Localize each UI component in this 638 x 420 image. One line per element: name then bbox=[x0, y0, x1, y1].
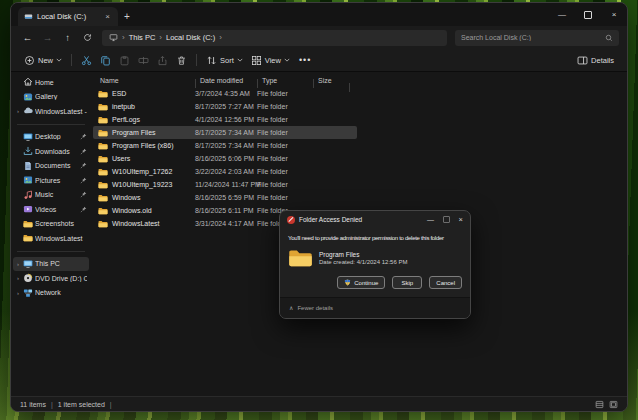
file-name-cell: Windows bbox=[93, 194, 195, 202]
search-box[interactable] bbox=[455, 30, 619, 46]
rename-icon bbox=[138, 55, 149, 66]
sort-icon bbox=[206, 55, 217, 66]
window-controls: — × bbox=[549, 3, 627, 26]
date-modified: 8/17/2025 7:27 AM bbox=[195, 103, 257, 110]
paste-button[interactable] bbox=[115, 52, 134, 69]
date-modified: 4/1/2024 12:56 PM bbox=[195, 116, 257, 123]
details-pane-icon bbox=[577, 55, 588, 66]
details-view-toggle-icon[interactable] bbox=[595, 400, 604, 409]
refresh-button[interactable] bbox=[79, 30, 96, 46]
details-pane-button[interactable]: Details bbox=[573, 52, 618, 69]
file-row-esd[interactable]: ESD3/7/2024 4:35 AMFile folder bbox=[93, 87, 357, 100]
file-explorer-window: Local Disk (C:) × + — × ← → ↑ bbox=[10, 2, 628, 412]
file-row-program-files-x86[interactable]: Program Files (x86)8/17/2025 7:34 AMFile… bbox=[93, 139, 357, 152]
date-modified: 8/17/2025 7:34 AM bbox=[195, 129, 257, 136]
up-button[interactable]: ↑ bbox=[59, 30, 76, 46]
file-row-program-files[interactable]: Program Files8/17/2025 7:34 AMFile folde… bbox=[93, 126, 357, 139]
column-header-type[interactable]: Type bbox=[257, 77, 313, 84]
file-type: File folder bbox=[257, 90, 313, 97]
access-denied-icon bbox=[287, 216, 295, 224]
sidebar-item-dvd-drive-d-ccc[interactable]: ›DVD Drive (D:) CCC bbox=[13, 271, 89, 286]
column-header-date-modified[interactable]: Date modified bbox=[195, 77, 257, 84]
column-header-name[interactable]: Name bbox=[91, 77, 195, 84]
selection-count: 1 item selected bbox=[58, 401, 105, 408]
file-row-w10uitemp-19223[interactable]: W10UItemp_1922311/24/2024 11:47 PMFile f… bbox=[93, 178, 357, 191]
sidebar-item-label: This PC bbox=[35, 260, 87, 267]
sidebar-item-label: Desktop bbox=[35, 133, 77, 140]
sidebar-item-windowslatest-p[interactable]: ›WindowsLatest - P bbox=[13, 104, 89, 119]
search-input[interactable] bbox=[461, 34, 605, 41]
breadcrumb-local-disk[interactable]: Local Disk (C:) bbox=[166, 33, 215, 42]
file-name-cell: Program Files (x86) bbox=[93, 142, 195, 150]
new-button[interactable]: New bbox=[20, 52, 66, 69]
sidebar-item-network[interactable]: ›Network bbox=[13, 286, 89, 301]
sidebar-item-this-pc[interactable]: ›This PC bbox=[13, 257, 89, 272]
cancel-button[interactable]: Cancel bbox=[429, 276, 462, 289]
toolbar-separator bbox=[196, 54, 197, 66]
breadcrumb-this-pc[interactable]: This PC bbox=[129, 33, 156, 42]
continue-button[interactable]: Continue bbox=[337, 276, 385, 289]
sidebar-item-label: Screenshots bbox=[35, 220, 87, 227]
file-name: PerfLogs bbox=[112, 116, 140, 123]
file-name: Program Files bbox=[112, 129, 156, 136]
maximize-button[interactable] bbox=[575, 3, 601, 26]
sidebar-item-music[interactable]: Music bbox=[13, 188, 89, 203]
file-row-w10uitemp-17262[interactable]: W10UItemp_172623/22/2024 2:03 AMFile fol… bbox=[93, 165, 357, 178]
sidebar-item-windowslatest[interactable]: WindowsLatest bbox=[13, 231, 89, 246]
breadcrumb[interactable]: › This PC › Local Disk (C:) › bbox=[102, 30, 447, 46]
view-button[interactable]: View bbox=[247, 52, 294, 69]
cut-button[interactable] bbox=[77, 52, 96, 69]
more-options-button[interactable]: ••• bbox=[294, 55, 316, 65]
rename-button[interactable] bbox=[134, 52, 153, 69]
folder-access-denied-dialog: Folder Access Denied — × You'll need to … bbox=[279, 210, 471, 319]
sidebar-item-documents[interactable]: Documents bbox=[13, 159, 89, 174]
forward-button[interactable]: → bbox=[39, 30, 56, 46]
sort-button[interactable]: Sort bbox=[202, 52, 247, 69]
trash-icon bbox=[176, 55, 187, 66]
downloads-icon bbox=[23, 146, 33, 156]
file-rows: ESD3/7/2024 4:35 AMFile folderinetpub8/1… bbox=[91, 87, 627, 230]
minimize-button[interactable]: — bbox=[549, 3, 575, 26]
sidebar-item-gallery[interactable]: Gallery bbox=[13, 90, 89, 105]
folder-icon bbox=[98, 116, 108, 124]
file-name: inetpub bbox=[112, 103, 135, 110]
skip-button[interactable]: Skip bbox=[392, 276, 422, 289]
sidebar-item-home[interactable]: Home bbox=[13, 75, 89, 90]
toolbar-separator bbox=[71, 54, 72, 66]
sidebar-item-downloads[interactable]: Downloads bbox=[13, 144, 89, 159]
music-icon bbox=[23, 190, 33, 200]
folder-icon bbox=[98, 220, 108, 228]
copy-button[interactable] bbox=[96, 52, 115, 69]
folder-icon bbox=[98, 103, 108, 111]
share-button[interactable] bbox=[153, 52, 172, 69]
tab-bar: Local Disk (C:) × + — × bbox=[11, 3, 627, 26]
file-type: File folder bbox=[257, 194, 313, 201]
chevron-down-icon bbox=[284, 58, 290, 62]
file-row-inetpub[interactable]: inetpub8/17/2025 7:27 AMFile folder bbox=[93, 100, 357, 113]
file-name: WindowsLatest bbox=[112, 220, 159, 227]
close-button[interactable]: × bbox=[601, 3, 627, 26]
explorer-tab[interactable]: Local Disk (C:) × bbox=[18, 7, 118, 26]
date-modified: 11/24/2024 11:47 PM bbox=[195, 181, 257, 188]
sidebar-item-pictures[interactable]: Pictures bbox=[13, 173, 89, 188]
sidebar-item-screenshots[interactable]: Screenshots bbox=[13, 217, 89, 232]
file-name-cell: Windows.old bbox=[93, 207, 195, 215]
desktop-icon bbox=[23, 132, 33, 142]
pin-icon bbox=[79, 162, 87, 169]
file-row-users[interactable]: Users8/16/2025 6:06 PMFile folder bbox=[93, 152, 357, 165]
column-header-size[interactable]: Size bbox=[313, 77, 349, 84]
dialog-details-toggle[interactable]: ∧ Fewer details bbox=[280, 297, 470, 318]
dialog-maximize-button[interactable] bbox=[443, 216, 450, 223]
dialog-title-bar: Folder Access Denied — × bbox=[280, 211, 470, 228]
sidebar-item-desktop[interactable]: Desktop bbox=[13, 130, 89, 145]
delete-button[interactable] bbox=[172, 52, 191, 69]
file-row-windows[interactable]: Windows8/16/2025 6:59 PMFile folder bbox=[93, 191, 357, 204]
file-row-perflogs[interactable]: PerfLogs4/1/2024 12:56 PMFile folder bbox=[93, 113, 357, 126]
new-tab-button[interactable]: + bbox=[118, 7, 136, 26]
network-icon bbox=[23, 288, 33, 298]
dialog-window-controls: — × bbox=[427, 216, 463, 223]
back-button[interactable]: ← bbox=[19, 30, 36, 46]
tab-close-button[interactable]: × bbox=[103, 12, 112, 21]
thumbnail-view-toggle-icon[interactable] bbox=[609, 400, 618, 409]
sidebar-item-videos[interactable]: Videos bbox=[13, 202, 89, 217]
